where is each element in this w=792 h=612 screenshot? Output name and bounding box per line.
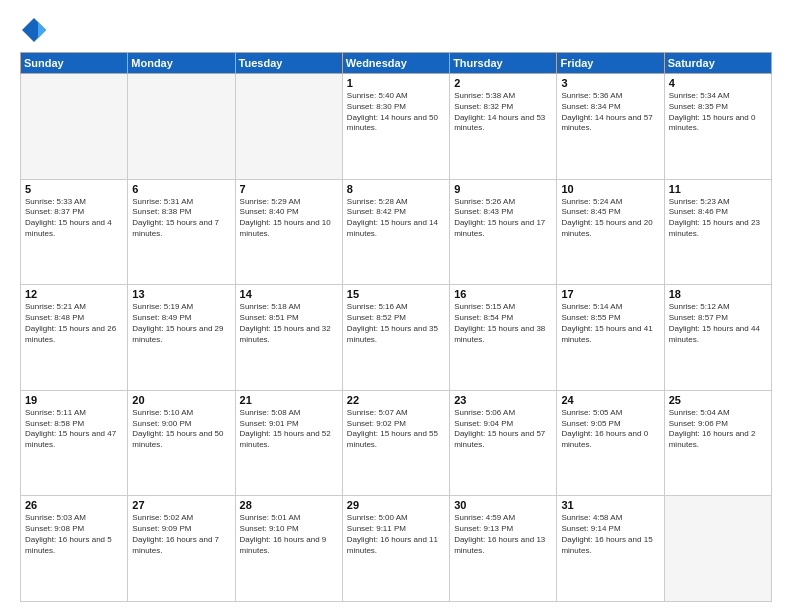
calendar-cell: 13Sunrise: 5:19 AMSunset: 8:49 PMDayligh… <box>128 285 235 391</box>
day-number: 30 <box>454 499 552 511</box>
calendar-cell: 2Sunrise: 5:38 AMSunset: 8:32 PMDaylight… <box>450 74 557 180</box>
day-number: 24 <box>561 394 659 406</box>
calendar-cell: 3Sunrise: 5:36 AMSunset: 8:34 PMDaylight… <box>557 74 664 180</box>
week-row-1: 1Sunrise: 5:40 AMSunset: 8:30 PMDaylight… <box>21 74 772 180</box>
day-number: 12 <box>25 288 123 300</box>
logo-icon <box>20 16 48 44</box>
day-number: 18 <box>669 288 767 300</box>
day-info: Sunrise: 5:12 AMSunset: 8:57 PMDaylight:… <box>669 302 767 345</box>
day-info: Sunrise: 5:01 AMSunset: 9:10 PMDaylight:… <box>240 513 338 556</box>
day-info: Sunrise: 5:08 AMSunset: 9:01 PMDaylight:… <box>240 408 338 451</box>
day-info: Sunrise: 5:36 AMSunset: 8:34 PMDaylight:… <box>561 91 659 134</box>
calendar-cell: 1Sunrise: 5:40 AMSunset: 8:30 PMDaylight… <box>342 74 449 180</box>
calendar-cell: 18Sunrise: 5:12 AMSunset: 8:57 PMDayligh… <box>664 285 771 391</box>
day-number: 10 <box>561 183 659 195</box>
day-info: Sunrise: 5:00 AMSunset: 9:11 PMDaylight:… <box>347 513 445 556</box>
day-number: 16 <box>454 288 552 300</box>
col-header-thursday: Thursday <box>450 53 557 74</box>
day-number: 17 <box>561 288 659 300</box>
calendar-cell: 25Sunrise: 5:04 AMSunset: 9:06 PMDayligh… <box>664 390 771 496</box>
day-number: 6 <box>132 183 230 195</box>
day-number: 1 <box>347 77 445 89</box>
day-info: Sunrise: 5:10 AMSunset: 9:00 PMDaylight:… <box>132 408 230 451</box>
day-number: 27 <box>132 499 230 511</box>
calendar-cell <box>664 496 771 602</box>
calendar-cell <box>128 74 235 180</box>
day-number: 26 <box>25 499 123 511</box>
day-number: 15 <box>347 288 445 300</box>
day-info: Sunrise: 5:31 AMSunset: 8:38 PMDaylight:… <box>132 197 230 240</box>
col-header-wednesday: Wednesday <box>342 53 449 74</box>
day-info: Sunrise: 5:21 AMSunset: 8:48 PMDaylight:… <box>25 302 123 345</box>
day-info: Sunrise: 5:11 AMSunset: 8:58 PMDaylight:… <box>25 408 123 451</box>
header <box>20 16 772 44</box>
calendar-cell: 27Sunrise: 5:02 AMSunset: 9:09 PMDayligh… <box>128 496 235 602</box>
calendar-cell: 26Sunrise: 5:03 AMSunset: 9:08 PMDayligh… <box>21 496 128 602</box>
calendar-cell: 30Sunrise: 4:59 AMSunset: 9:13 PMDayligh… <box>450 496 557 602</box>
calendar-cell: 16Sunrise: 5:15 AMSunset: 8:54 PMDayligh… <box>450 285 557 391</box>
day-info: Sunrise: 5:03 AMSunset: 9:08 PMDaylight:… <box>25 513 123 556</box>
day-info: Sunrise: 5:15 AMSunset: 8:54 PMDaylight:… <box>454 302 552 345</box>
calendar-cell: 9Sunrise: 5:26 AMSunset: 8:43 PMDaylight… <box>450 179 557 285</box>
col-header-saturday: Saturday <box>664 53 771 74</box>
day-number: 31 <box>561 499 659 511</box>
day-number: 13 <box>132 288 230 300</box>
day-number: 4 <box>669 77 767 89</box>
day-number: 11 <box>669 183 767 195</box>
calendar-cell: 6Sunrise: 5:31 AMSunset: 8:38 PMDaylight… <box>128 179 235 285</box>
day-number: 19 <box>25 394 123 406</box>
calendar-cell: 22Sunrise: 5:07 AMSunset: 9:02 PMDayligh… <box>342 390 449 496</box>
calendar-cell: 5Sunrise: 5:33 AMSunset: 8:37 PMDaylight… <box>21 179 128 285</box>
day-number: 7 <box>240 183 338 195</box>
col-header-friday: Friday <box>557 53 664 74</box>
day-number: 20 <box>132 394 230 406</box>
calendar-cell: 14Sunrise: 5:18 AMSunset: 8:51 PMDayligh… <box>235 285 342 391</box>
day-info: Sunrise: 5:34 AMSunset: 8:35 PMDaylight:… <box>669 91 767 134</box>
week-row-5: 26Sunrise: 5:03 AMSunset: 9:08 PMDayligh… <box>21 496 772 602</box>
day-number: 2 <box>454 77 552 89</box>
day-info: Sunrise: 5:06 AMSunset: 9:04 PMDaylight:… <box>454 408 552 451</box>
col-header-monday: Monday <box>128 53 235 74</box>
week-row-2: 5Sunrise: 5:33 AMSunset: 8:37 PMDaylight… <box>21 179 772 285</box>
svg-marker-1 <box>38 22 46 38</box>
day-info: Sunrise: 5:23 AMSunset: 8:46 PMDaylight:… <box>669 197 767 240</box>
calendar-cell: 15Sunrise: 5:16 AMSunset: 8:52 PMDayligh… <box>342 285 449 391</box>
week-row-3: 12Sunrise: 5:21 AMSunset: 8:48 PMDayligh… <box>21 285 772 391</box>
day-number: 28 <box>240 499 338 511</box>
calendar-cell: 17Sunrise: 5:14 AMSunset: 8:55 PMDayligh… <box>557 285 664 391</box>
calendar: SundayMondayTuesdayWednesdayThursdayFrid… <box>20 52 772 602</box>
day-info: Sunrise: 5:24 AMSunset: 8:45 PMDaylight:… <box>561 197 659 240</box>
day-info: Sunrise: 5:16 AMSunset: 8:52 PMDaylight:… <box>347 302 445 345</box>
day-info: Sunrise: 5:40 AMSunset: 8:30 PMDaylight:… <box>347 91 445 134</box>
calendar-header-row: SundayMondayTuesdayWednesdayThursdayFrid… <box>21 53 772 74</box>
calendar-cell: 31Sunrise: 4:58 AMSunset: 9:14 PMDayligh… <box>557 496 664 602</box>
day-number: 9 <box>454 183 552 195</box>
calendar-cell: 8Sunrise: 5:28 AMSunset: 8:42 PMDaylight… <box>342 179 449 285</box>
calendar-cell: 23Sunrise: 5:06 AMSunset: 9:04 PMDayligh… <box>450 390 557 496</box>
calendar-cell <box>235 74 342 180</box>
calendar-cell: 12Sunrise: 5:21 AMSunset: 8:48 PMDayligh… <box>21 285 128 391</box>
day-number: 22 <box>347 394 445 406</box>
calendar-cell: 29Sunrise: 5:00 AMSunset: 9:11 PMDayligh… <box>342 496 449 602</box>
day-info: Sunrise: 5:02 AMSunset: 9:09 PMDaylight:… <box>132 513 230 556</box>
col-header-tuesday: Tuesday <box>235 53 342 74</box>
day-number: 25 <box>669 394 767 406</box>
calendar-cell: 21Sunrise: 5:08 AMSunset: 9:01 PMDayligh… <box>235 390 342 496</box>
day-info: Sunrise: 5:26 AMSunset: 8:43 PMDaylight:… <box>454 197 552 240</box>
day-info: Sunrise: 5:18 AMSunset: 8:51 PMDaylight:… <box>240 302 338 345</box>
day-info: Sunrise: 5:38 AMSunset: 8:32 PMDaylight:… <box>454 91 552 134</box>
day-number: 29 <box>347 499 445 511</box>
day-info: Sunrise: 5:05 AMSunset: 9:05 PMDaylight:… <box>561 408 659 451</box>
day-number: 3 <box>561 77 659 89</box>
day-info: Sunrise: 5:19 AMSunset: 8:49 PMDaylight:… <box>132 302 230 345</box>
day-number: 5 <box>25 183 123 195</box>
day-info: Sunrise: 5:28 AMSunset: 8:42 PMDaylight:… <box>347 197 445 240</box>
day-info: Sunrise: 4:58 AMSunset: 9:14 PMDaylight:… <box>561 513 659 556</box>
day-number: 8 <box>347 183 445 195</box>
calendar-cell: 19Sunrise: 5:11 AMSunset: 8:58 PMDayligh… <box>21 390 128 496</box>
day-info: Sunrise: 4:59 AMSunset: 9:13 PMDaylight:… <box>454 513 552 556</box>
calendar-cell: 7Sunrise: 5:29 AMSunset: 8:40 PMDaylight… <box>235 179 342 285</box>
day-info: Sunrise: 5:29 AMSunset: 8:40 PMDaylight:… <box>240 197 338 240</box>
day-info: Sunrise: 5:14 AMSunset: 8:55 PMDaylight:… <box>561 302 659 345</box>
col-header-sunday: Sunday <box>21 53 128 74</box>
